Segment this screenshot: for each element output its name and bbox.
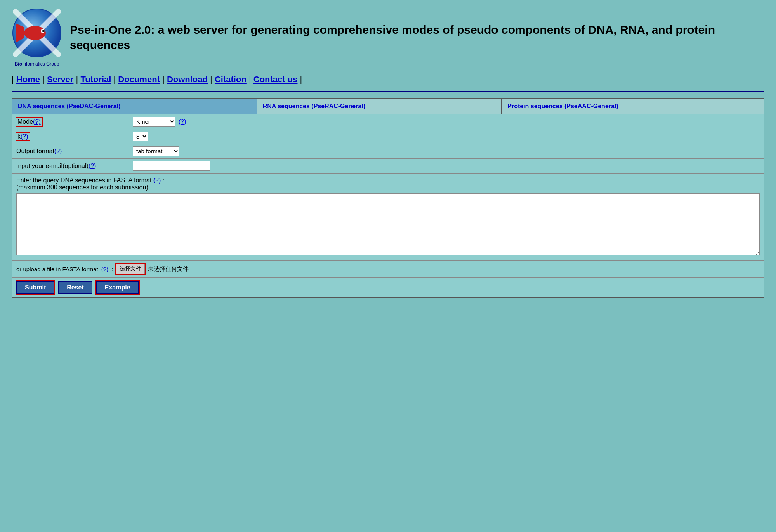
fasta-row: Enter the query DNA sequences in FASTA f… bbox=[12, 173, 764, 260]
nav-bar: | Home | Server | Tutorial | Document | … bbox=[0, 71, 776, 88]
svg-point-3 bbox=[24, 26, 46, 40]
mode-help-link[interactable]: (?) bbox=[33, 118, 41, 125]
action-section: Submit Reset Example bbox=[12, 277, 764, 297]
nav-citation[interactable]: Citation bbox=[215, 75, 247, 84]
mode-form-row: Mode(?) Kmer PseKNC PCPseDNC PCPseTNC SC… bbox=[12, 114, 764, 129]
email-help-link[interactable]: (?) bbox=[89, 163, 96, 169]
logo-container: BioInformatics Group bbox=[12, 8, 62, 67]
tab-header-row: DNA sequences (PseDAC-General) RNA seque… bbox=[12, 99, 764, 114]
tab-rna[interactable]: RNA sequences (PseRAC-General) bbox=[257, 99, 502, 114]
logo-subtitle: BioInformatics Group bbox=[12, 61, 62, 67]
mode-control-area: Kmer PseKNC PCPseDNC PCPseTNC SCPseDNC S… bbox=[133, 117, 760, 127]
k-select[interactable]: 1 2 3 4 5 6 bbox=[133, 132, 148, 141]
email-form-row: Input your e-mail(optional)(?) bbox=[12, 159, 764, 173]
nav-tutorial[interactable]: Tutorial bbox=[80, 75, 111, 84]
k-label-text: k(?) bbox=[16, 133, 30, 140]
reset-button[interactable]: Reset bbox=[58, 281, 92, 294]
mode-select[interactable]: Kmer PseKNC PCPseDNC PCPseTNC SCPseDNC S… bbox=[133, 117, 175, 127]
k-row: k(?) 1 2 3 4 5 6 bbox=[12, 129, 764, 144]
mode-label: Mode(?) bbox=[16, 118, 133, 126]
nav-divider bbox=[12, 91, 764, 92]
no-file-text: 未选择任何文件 bbox=[148, 265, 189, 273]
k-form-row: k(?) 1 2 3 4 5 6 bbox=[12, 129, 764, 144]
tab-protein-link[interactable]: Protein sequences (PseAAC-General) bbox=[507, 103, 618, 109]
output-help-link[interactable]: (?) bbox=[54, 148, 62, 154]
logo-svg bbox=[12, 8, 62, 58]
nav-contact[interactable]: Contact us bbox=[253, 75, 298, 84]
k-control-area: 1 2 3 4 5 6 bbox=[133, 132, 760, 141]
page-header: BioInformatics Group Pse-in-One 2.0: a w… bbox=[0, 0, 776, 71]
bio-text: BioInformatics Group bbox=[15, 61, 59, 67]
email-input[interactable] bbox=[133, 161, 210, 171]
svg-point-6 bbox=[42, 30, 45, 32]
k-help-link[interactable]: (?) bbox=[21, 133, 28, 140]
tab-dna-link[interactable]: DNA sequences (PseDAC-General) bbox=[18, 103, 120, 109]
nav-home[interactable]: Home bbox=[16, 75, 40, 84]
email-control-area bbox=[133, 161, 760, 171]
fasta-sublabel: (maximum 300 sequences for each submissi… bbox=[16, 184, 148, 191]
example-button[interactable]: Example bbox=[96, 281, 139, 294]
nav-server[interactable]: Server bbox=[47, 75, 74, 84]
action-row: Submit Reset Example bbox=[12, 277, 764, 298]
fasta-textarea[interactable] bbox=[16, 193, 760, 255]
page-title: Pse-in-One 2.0: a web server for generat… bbox=[70, 22, 764, 52]
fasta-label: Enter the query DNA sequences in FASTA f… bbox=[16, 177, 760, 191]
nav-download[interactable]: Download bbox=[167, 75, 208, 84]
upload-section: or upload a file in FASTA format (?) : 选… bbox=[12, 260, 764, 277]
fasta-help-link[interactable]: (?) bbox=[153, 177, 163, 184]
output-control-area: tab format csv format libsvm format bbox=[133, 146, 760, 156]
mode-help2-link[interactable]: (?) bbox=[179, 118, 186, 125]
main-content: DNA sequences (PseDAC-General) RNA seque… bbox=[0, 98, 776, 310]
fasta-section: Enter the query DNA sequences in FASTA f… bbox=[12, 173, 764, 260]
output-row: Output format(?) tab format csv format l… bbox=[12, 144, 764, 159]
mode-row: Mode(?) Kmer PseKNC PCPseDNC PCPseTNC SC… bbox=[12, 114, 764, 129]
nav-document[interactable]: Document bbox=[118, 75, 160, 84]
output-label: Output format(?) bbox=[16, 148, 133, 155]
upload-row: or upload a file in FASTA format (?) : 选… bbox=[12, 260, 764, 277]
output-form-row: Output format(?) tab format csv format l… bbox=[12, 144, 764, 158]
upload-label-text: or upload a file in FASTA format bbox=[16, 266, 98, 272]
main-table: DNA sequences (PseDAC-General) RNA seque… bbox=[12, 98, 764, 298]
tab-dna[interactable]: DNA sequences (PseDAC-General) bbox=[12, 99, 257, 114]
output-select[interactable]: tab format csv format libsvm format bbox=[133, 146, 179, 156]
email-label: Input your e-mail(optional)(?) bbox=[16, 163, 133, 170]
tab-rna-link[interactable]: RNA sequences (PseRAC-General) bbox=[263, 103, 365, 109]
tab-protein[interactable]: Protein sequences (PseAAC-General) bbox=[502, 99, 764, 114]
submit-button[interactable]: Submit bbox=[16, 281, 54, 294]
k-label: k(?) bbox=[16, 133, 133, 140]
email-row: Input your e-mail(optional)(?) bbox=[12, 159, 764, 173]
file-choose-button[interactable]: 选择文件 bbox=[116, 264, 145, 274]
mode-label-text: Mode(?) bbox=[16, 118, 42, 126]
upload-help-link[interactable]: (?) bbox=[101, 266, 108, 272]
